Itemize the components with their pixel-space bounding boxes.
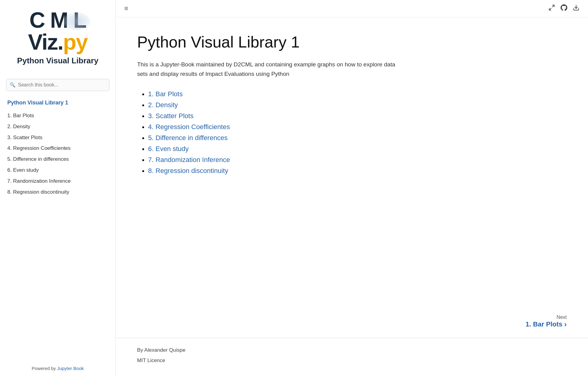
content-area: Python Visual Library 1 This is a Jupyte…	[116, 17, 588, 308]
search-input[interactable]	[6, 79, 109, 91]
nav-bottom: Next 1. Bar Plots ›	[116, 308, 588, 338]
logo: C M L Viz.py	[28, 9, 87, 53]
footer-author: By Alexander Quispe	[137, 347, 567, 353]
download-icon[interactable]	[573, 4, 579, 13]
logo-area: C M L Viz.py Python Visual Library	[17, 9, 98, 65]
sidebar: C M L Viz.py Python Visual Library 🔍 Pyt…	[0, 0, 116, 377]
sidebar-nav-item[interactable]: 6. Even study	[6, 165, 109, 176]
sidebar-nav-item[interactable]: 3. Scatter Plots	[6, 132, 109, 143]
topbar: ≡	[116, 0, 588, 17]
sidebar-nav-item[interactable]: 2. Density	[6, 121, 109, 132]
site-title: Python Visual Library	[17, 56, 98, 65]
powered-by: Powered by Jupyter Book	[32, 357, 84, 371]
main-area: ≡	[116, 0, 588, 377]
toc-item: 1. Bar Plots	[148, 90, 567, 98]
sidebar-nav-item[interactable]: 4. Regression Coefficientes	[6, 143, 109, 154]
logo-dot: .	[58, 30, 63, 54]
toc-link[interactable]: 6. Even study	[148, 145, 189, 153]
fullscreen-icon[interactable]	[548, 4, 555, 13]
chevron-right-icon: ›	[564, 320, 567, 329]
sidebar-nav-item[interactable]: 8. Regression discontinuity	[6, 187, 109, 198]
toc-item: 5. Difference in differences	[148, 134, 567, 142]
nav-title[interactable]: Python Visual Library 1	[6, 100, 109, 106]
toc-item: 6. Even study	[148, 145, 567, 153]
next-label: Next	[526, 315, 567, 320]
toc-list: 1. Bar Plots2. Density3. Scatter Plots4.…	[137, 90, 567, 175]
nav-section: Python Visual Library 1 1. Bar Plots2. D…	[6, 100, 109, 197]
logo-viz: Viz	[28, 30, 58, 54]
toc-item: 3. Scatter Plots	[148, 112, 567, 120]
hamburger-icon[interactable]: ≡	[124, 5, 128, 12]
topbar-left: ≡	[124, 5, 128, 12]
toc-link[interactable]: 7. Randomization Inference	[148, 156, 230, 164]
github-icon[interactable]	[561, 4, 567, 13]
toc-item: 2. Density	[148, 101, 567, 109]
toc-item: 7. Randomization Inference	[148, 156, 567, 164]
search-box[interactable]: 🔍	[6, 79, 109, 91]
toc-item: 8. Regression discontinuity	[148, 167, 567, 175]
toc-item: 4. Regression Coefficientes	[148, 123, 567, 131]
next-link-text: 1. Bar Plots	[526, 320, 562, 328]
toc-link[interactable]: 3. Scatter Plots	[148, 112, 193, 120]
next-link[interactable]: 1. Bar Plots ›	[526, 320, 567, 329]
nav-items: 1. Bar Plots2. Density3. Scatter Plots4.…	[6, 110, 109, 197]
topbar-right	[548, 4, 579, 13]
intro-text: This is a Jupyter-Book maintained by D2C…	[137, 60, 405, 79]
footer-license: MIT Licence	[137, 358, 567, 364]
search-icon: 🔍	[10, 82, 16, 88]
page-title: Python Visual Library 1	[137, 33, 567, 51]
svg-line-0	[552, 5, 554, 7]
toc-link[interactable]: 5. Difference in differences	[148, 134, 228, 142]
toc-link[interactable]: 4. Regression Coefficientes	[148, 123, 230, 131]
logo-line1: C M L	[28, 9, 87, 31]
toc-link[interactable]: 1. Bar Plots	[148, 90, 183, 98]
svg-line-1	[549, 8, 551, 10]
sidebar-nav-item[interactable]: 1. Bar Plots	[6, 110, 109, 121]
toc-link[interactable]: 2. Density	[148, 101, 178, 109]
nav-next[interactable]: Next 1. Bar Plots ›	[526, 315, 567, 329]
toc-link[interactable]: 8. Regression discontinuity	[148, 167, 228, 174]
powered-by-text: Powered by	[32, 366, 57, 371]
logo-py: py	[63, 30, 87, 54]
footer: By Alexander Quispe MIT Licence	[116, 338, 588, 377]
sidebar-nav-item[interactable]: 7. Randomization Inference	[6, 176, 109, 187]
sidebar-nav-item[interactable]: 5. Difference in differences	[6, 154, 109, 165]
jupyter-book-link[interactable]: Jupyter Book	[57, 366, 84, 371]
logo-line2: Viz.py	[28, 31, 87, 53]
